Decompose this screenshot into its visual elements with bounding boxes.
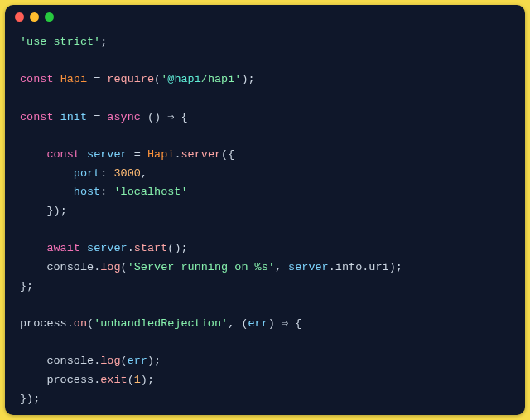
code-token: ; [181,242,187,254]
code-token: 'localhost' [113,186,187,198]
close-icon[interactable] [15,12,24,22]
code-token: } [20,393,26,405]
code-line: 'use strict'; [20,33,510,52]
code-token: host [74,186,100,198]
code-token: on [74,317,87,330]
code-token: const [46,148,80,161]
code-line: console.log('Server running on %s', serv… [20,258,510,278]
code-token: , [275,261,282,273]
code-line: process.on('unhandledRejection', (err) ⇒… [20,315,510,334]
code-token [80,148,87,161]
code-token: Hapi [147,148,174,161]
code-token: start [134,242,168,254]
code-token: ; [26,280,33,292]
code-token [20,167,74,180]
code-token: info [335,261,362,273]
code-token: console [46,355,94,367]
code-line: console.log(err); [20,352,510,371]
code-token [20,148,46,161]
code-token: } [20,280,26,292]
code-token [87,111,94,123]
code-token: require [107,73,154,85]
code-token: server [87,242,128,254]
code-token: ) [389,261,396,273]
code-token: { [181,111,188,123]
code-line [20,89,510,109]
code-token: { [228,148,234,161]
code-token: log [100,355,120,367]
code-token: ) [141,374,147,386]
code-token [20,205,46,217]
code-token [141,148,147,161]
code-token: = [134,148,141,161]
code-token: ( [147,111,154,123]
code-token: const [20,73,54,85]
minimize-icon[interactable] [30,12,39,22]
code-token: 'unhandledRejection' [94,317,228,330]
code-token: log [100,261,120,273]
code-block: 'use strict'; const Hapi = require('@hap… [5,28,525,415]
code-token [141,111,147,123]
code-line: process.exit(1); [20,371,510,390]
code-token: ; [33,393,40,405]
code-token: 1 [134,374,141,386]
code-token: ; [147,374,154,386]
code-token: ) [154,111,161,123]
code-line: await server.start(); [20,239,510,258]
code-token: ; [60,205,67,217]
code-token: ( [154,73,161,85]
code-token [20,261,46,273]
window-titlebar [5,5,525,28]
code-token: 'use strict' [20,36,100,48]
code-token: ) [147,355,154,367]
code-token: 'Server running on %s' [128,261,275,273]
code-token: port [74,167,100,180]
code-token: Hapi [60,73,87,85]
code-token: exit [100,374,127,386]
code-token: { [295,317,301,330]
code-token: , [141,167,147,180]
code-token: ( [221,148,228,161]
code-token: server [181,148,221,161]
code-line [20,127,510,146]
code-token: ; [154,355,161,367]
code-token: ( [241,317,248,330]
code-token [174,111,181,123]
code-token: ; [396,261,402,273]
code-line: host: 'localhost' [20,183,510,202]
code-line [20,221,510,240]
code-line: }; [20,278,510,297]
code-token: ; [100,36,107,48]
code-line [20,334,510,353]
code-token: } [46,205,53,217]
code-line: }); [20,390,510,409]
code-token: . [128,242,134,254]
code-token: ) [26,393,33,405]
code-token: const [20,111,54,123]
code-token: err [128,355,147,367]
code-token [54,73,60,85]
code-token: ) [54,205,60,217]
code-line [20,52,510,71]
code-line: }); [20,202,510,221]
code-token: process [46,374,94,386]
code-token [87,73,94,85]
code-token: init [60,111,87,123]
code-token: ) [241,73,248,85]
code-token: ( [121,261,128,273]
code-token: . [329,261,335,273]
code-token: server [288,261,329,273]
maximize-icon[interactable] [45,12,54,22]
code-token: 3000 [113,167,140,180]
code-token: ) [268,317,275,330]
code-line [20,408,510,415]
code-token: console [46,261,94,273]
code-line: const Hapi = require('@hapi/hapi'); [20,70,510,89]
code-token: ⇒ [282,317,288,330]
code-token: ( [121,355,128,367]
code-line: const server = Hapi.server({ [20,146,510,165]
code-token [275,317,282,330]
code-token: ( [128,374,134,386]
code-token: @hapi [167,73,201,85]
code-token [20,186,74,198]
